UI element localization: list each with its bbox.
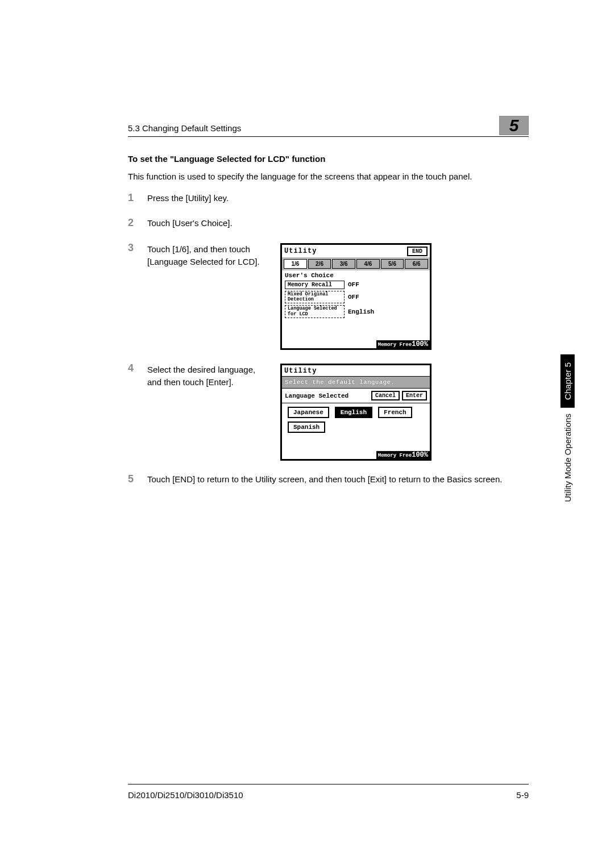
end-button[interactable]: END — [407, 247, 428, 256]
lcd-instruction: Select the default language. — [282, 376, 430, 389]
step-number: 1 — [128, 192, 134, 204]
footer-model: Di2010/Di2510/Di3010/Di3510 — [128, 790, 243, 800]
memory-free-indicator: Memory Free100% — [376, 340, 430, 348]
lcd-tabs: 1/6 2/6 3/6 4/6 5/6 6/6 — [282, 257, 430, 270]
step-number: 4 — [128, 362, 134, 374]
mixed-original-detection-value: OFF — [348, 294, 359, 301]
tab-4-6[interactable]: 4/6 — [356, 259, 380, 269]
intro-text: This function is used to specify the lan… — [128, 170, 529, 183]
language-selected-label: Language Selected — [285, 393, 369, 399]
language-japanese-button[interactable]: Japanese — [288, 407, 329, 418]
step-item: 5 Touch [END] to return to the Utility s… — [128, 474, 529, 486]
tab-1-6[interactable]: 1/6 — [284, 259, 307, 269]
step-item: 1 Press the [Utility] key. — [128, 193, 529, 205]
tab-2-6[interactable]: 2/6 — [308, 259, 331, 269]
chapter-number-box: 5 — [499, 116, 529, 135]
language-french-button[interactable]: French — [378, 407, 412, 418]
lcd-subhead: User's Choice — [282, 270, 430, 279]
tab-3-6[interactable]: 3/6 — [332, 259, 355, 269]
side-section-label: Utility Mode Operations — [563, 414, 572, 502]
lcd-screen-language-select: Utility Select the default language. Lan… — [280, 364, 432, 461]
step-number: 5 — [128, 473, 134, 485]
language-english-button[interactable]: English — [335, 407, 372, 418]
step-number: 3 — [128, 242, 134, 254]
language-selected-button[interactable]: Language Selected for LCD — [285, 305, 345, 318]
side-chapter-label: Chapter 5 — [561, 354, 575, 408]
memory-recall-button[interactable]: Memory Recall — [285, 281, 345, 289]
lcd-title: Utility — [284, 247, 317, 255]
tab-5-6[interactable]: 5/6 — [381, 259, 404, 269]
step-text: Select the desired language, and then to… — [147, 364, 267, 389]
section-title: To set the "Language Selected for LCD" f… — [128, 154, 529, 164]
memory-free-indicator: Memory Free100% — [376, 451, 430, 459]
tab-6-6[interactable]: 6/6 — [405, 259, 428, 269]
mixed-original-detection-button[interactable]: Mixed Original Detection — [285, 291, 345, 304]
cancel-button[interactable]: Cancel — [371, 391, 400, 400]
step-text: Touch [1/6], and then touch [Language Se… — [147, 243, 267, 268]
step-text: Touch [User's Choice]. — [147, 218, 233, 228]
language-spanish-button[interactable]: Spanish — [288, 422, 325, 433]
step-text: Press the [Utility] key. — [147, 193, 229, 203]
step-item: 2 Touch [User's Choice]. — [128, 218, 529, 229]
step-item: 4 Select the desired language, and then … — [128, 364, 529, 461]
step-item: 3 Touch [1/6], and then touch [Language … — [128, 243, 529, 350]
memory-recall-value: OFF — [348, 281, 359, 288]
footer-page: 5-9 — [516, 790, 529, 800]
step-number: 2 — [128, 217, 134, 229]
lcd-screen-users-choice: Utility END 1/6 2/6 3/6 4/6 5/6 6/6 User… — [280, 243, 432, 350]
language-selected-value: English — [348, 308, 374, 315]
header-section: 5.3 Changing Default Settings — [128, 123, 241, 133]
step-text: Touch [END] to return to the Utility scr… — [147, 474, 502, 484]
enter-button[interactable]: Enter — [402, 391, 427, 400]
lcd-title: Utility — [284, 367, 317, 375]
